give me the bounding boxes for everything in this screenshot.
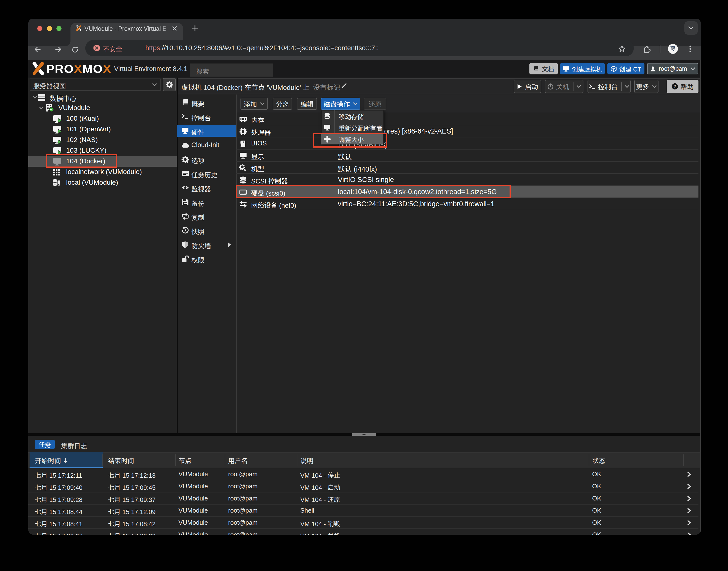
svg-text:?: ? — [674, 84, 676, 89]
